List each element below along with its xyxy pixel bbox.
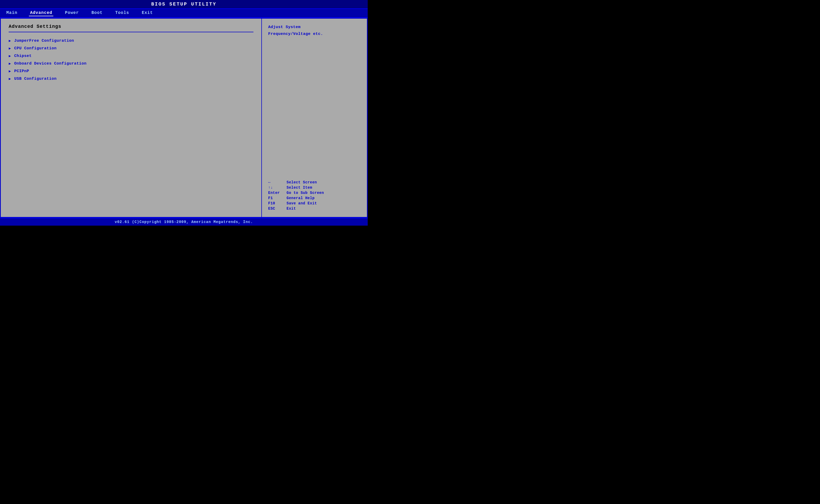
panel-divider: [9, 32, 254, 32]
menu-item[interactable]: ►PCIPnP: [9, 67, 254, 75]
nav-bar: MainAdvancedPowerBootToolsExit: [0, 9, 368, 18]
menu-item-label: PCIPnP: [14, 69, 29, 73]
menu-item[interactable]: ►Onboard Devices Configuration: [9, 60, 254, 67]
menu-item[interactable]: ►Chipset: [9, 52, 254, 60]
keybindings: ↔Select Screen↑↓Select ItemEnterGo to Su…: [268, 180, 361, 212]
key-label: ESC: [268, 206, 287, 211]
menu-item-label: JumperFree Configuration: [14, 39, 74, 43]
key-desc: General Help: [287, 196, 315, 200]
nav-item-main[interactable]: Main: [5, 10, 18, 16]
right-panel: Adjust SystemFrequency/Voltage etc. ↔Sel…: [262, 19, 367, 217]
left-panel: Advanced Settings ►JumperFree Configurat…: [1, 19, 262, 217]
key-label: ↑↓: [268, 185, 287, 190]
menu-item-label: CPU Configuration: [14, 46, 57, 51]
title-text: BIOS SETUP UTILITY: [151, 2, 217, 7]
nav-item-advanced[interactable]: Advanced: [29, 10, 53, 16]
arrow-icon: ►: [9, 46, 11, 51]
key-desc: Save and Exit: [287, 201, 317, 205]
keybinding-row: ESCExit: [268, 206, 361, 211]
nav-item-power[interactable]: Power: [64, 10, 80, 16]
arrow-icon: ►: [9, 77, 11, 81]
menu-item-label: Chipset: [14, 54, 32, 58]
keybinding-row: F1General Help: [268, 196, 361, 200]
keybinding-row: ↔Select Screen: [268, 180, 361, 184]
key-desc: Select Screen: [287, 180, 317, 184]
arrow-icon: ►: [9, 69, 11, 73]
key-desc: Select Item: [287, 185, 312, 190]
menu-item[interactable]: ►USB Configuration: [9, 75, 254, 83]
arrow-icon: ►: [9, 39, 11, 43]
menu-list: ►JumperFree Configuration►CPU Configurat…: [9, 37, 254, 83]
title-bar: BIOS SETUP UTILITY: [0, 0, 368, 9]
keybinding-row: ↑↓Select Item: [268, 185, 361, 190]
main-content: Advanced Settings ►JumperFree Configurat…: [0, 18, 368, 218]
panel-title: Advanced Settings: [9, 24, 254, 29]
key-label: F10: [268, 201, 287, 205]
help-text: Adjust SystemFrequency/Voltage etc.: [268, 24, 361, 37]
footer-text: v02.61 (C)Copyright 1985-2009, American …: [115, 220, 253, 224]
footer: v02.61 (C)Copyright 1985-2009, American …: [0, 218, 368, 226]
keybinding-row: EnterGo to Sub Screen: [268, 191, 361, 195]
arrow-icon: ►: [9, 62, 11, 66]
nav-item-exit[interactable]: Exit: [141, 10, 154, 16]
nav-item-boot[interactable]: Boot: [90, 10, 103, 16]
key-label: F1: [268, 196, 287, 200]
key-label: ↔: [268, 180, 287, 184]
key-desc: Go to Sub Screen: [287, 191, 324, 195]
keybinding-row: F10Save and Exit: [268, 201, 361, 205]
nav-item-tools[interactable]: Tools: [114, 10, 130, 16]
key-desc: Exit: [287, 206, 296, 211]
menu-item-label: Onboard Devices Configuration: [14, 61, 87, 66]
menu-item[interactable]: ►CPU Configuration: [9, 45, 254, 52]
menu-item-label: USB Configuration: [14, 77, 57, 81]
menu-item[interactable]: ►JumperFree Configuration: [9, 37, 254, 45]
key-label: Enter: [268, 191, 287, 195]
arrow-icon: ►: [9, 54, 11, 58]
